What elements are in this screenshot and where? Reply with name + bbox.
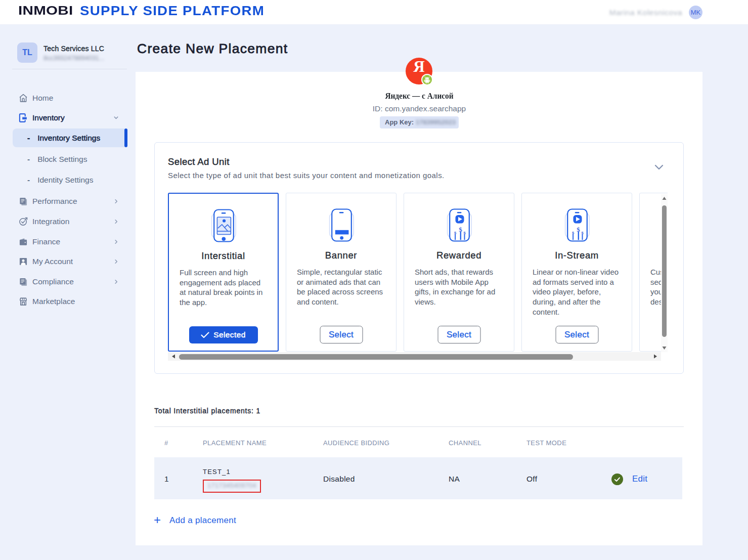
svg-text:$: $ [577,226,580,233]
svg-text:$: $ [459,226,462,233]
